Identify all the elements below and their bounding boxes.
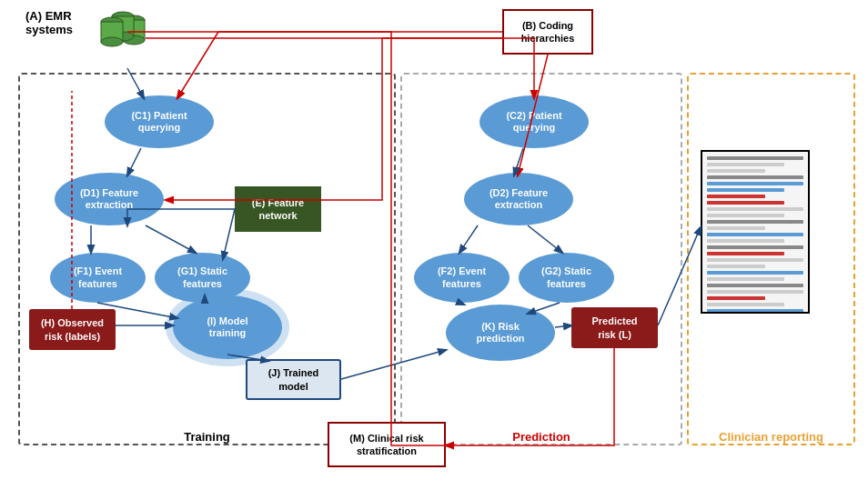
d2-feature-extraction: (D2) Featureextraction xyxy=(464,173,573,225)
c2-patient-querying: (C2) Patientquerying xyxy=(479,95,589,148)
coding-hierarchies: (B) Codinghierarchies xyxy=(502,9,593,55)
svg-point-8 xyxy=(101,37,123,46)
trained-model: (J) Trainedmodel xyxy=(246,359,341,400)
clinical-risk-stratification: (M) Clinical riskstratification xyxy=(328,422,446,467)
db-icon xyxy=(100,9,150,66)
main-diagram: Training Prediction Clinician reporting … xyxy=(0,0,868,490)
emr-label: (A) EMRsystems xyxy=(25,9,73,36)
clinician-label: Clinician reporting xyxy=(719,430,823,444)
feature-network: (E) Featurenetwork xyxy=(235,186,321,232)
observed-risk: (H) Observedrisk (labels) xyxy=(29,309,116,350)
prediction-label: Prediction xyxy=(512,430,570,444)
d1-feature-extraction: (D1) Featureextraction xyxy=(55,173,164,225)
f2-event-features: (F2) Eventfeatures xyxy=(414,253,510,303)
c1-patient-querying: (C1) Patientquerying xyxy=(105,95,214,148)
predicted-risk: Predictedrisk (L) xyxy=(571,307,658,348)
f1-event-features: (F1) Eventfeatures xyxy=(50,253,146,303)
clinician-report xyxy=(701,150,810,314)
g2-static-features: (G2) Staticfeatures xyxy=(519,253,614,303)
training-label: Training xyxy=(184,430,230,444)
model-training: (I) Modeltraining xyxy=(173,295,282,359)
k-risk-prediction: (K) Riskprediction xyxy=(446,305,555,361)
